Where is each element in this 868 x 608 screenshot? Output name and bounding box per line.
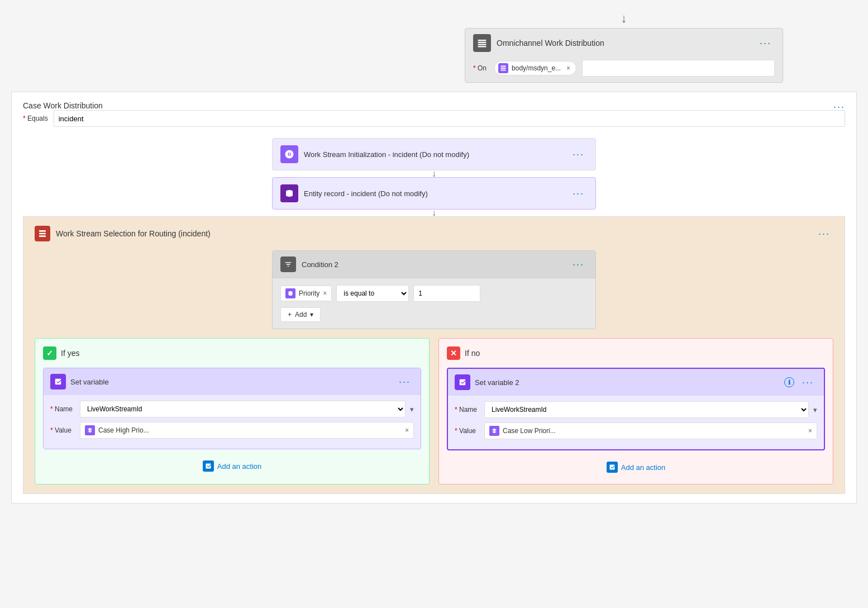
condition-card: Condition 2 ··· Priority × [272, 250, 596, 329]
on-label: * On [473, 64, 487, 72]
add-action1-label: Add an action [217, 462, 262, 471]
step2-card: Entity record - incident (Do not modify)… [272, 177, 596, 210]
set-var2-icon [455, 374, 470, 390]
name2-label: * Name [455, 406, 480, 414]
svg-rect-5 [501, 68, 506, 69]
priority-icon [285, 288, 295, 298]
add-action2-button[interactable]: Add an action [600, 458, 673, 476]
on-input[interactable] [582, 60, 775, 77]
add-action2-icon [607, 462, 618, 473]
case-section: Case Work Distribution ··· * Equals Work… [11, 92, 857, 504]
step1-icon [280, 145, 298, 163]
omnichannel-card: Omnichannel Work Distribution ··· * On b… [465, 28, 783, 83]
omnichannel-title: Omnichannel Work Distribution [497, 39, 751, 48]
set-var1-title: Set variable [70, 378, 391, 386]
name2-select[interactable]: LiveWorkStreamId [484, 401, 809, 418]
value2-text: Case Low Priori... [503, 427, 556, 435]
wss-icon [35, 226, 50, 241]
value2-label: * Value [455, 427, 480, 435]
svg-rect-3 [478, 46, 487, 47]
equals-label: * Equals [23, 115, 48, 122]
set-var2-ellipsis[interactable]: ··· [799, 376, 817, 390]
add-action1-icon [203, 460, 214, 472]
svg-rect-1 [478, 42, 487, 43]
set-var2-info-icon[interactable]: ℹ [784, 377, 794, 387]
value1-text: Case High Prio... [98, 426, 149, 434]
set-var2-card: Set variable 2 ℹ ··· * Name LiveWorkStre… [447, 368, 825, 450]
svg-rect-0 [478, 40, 487, 41]
priority-label: Priority [299, 289, 319, 297]
add-action2-label: Add an action [621, 463, 666, 472]
step1-ellipsis[interactable]: ··· [569, 148, 588, 162]
step2-ellipsis[interactable]: ··· [569, 187, 588, 201]
add-label: Add [295, 311, 307, 319]
svg-rect-10 [39, 235, 46, 237]
name1-chevron-icon: ▾ [410, 405, 414, 414]
add-condition-button[interactable]: + Add ▾ [280, 307, 321, 322]
step1-card: Work Stream Initialization - incident (D… [272, 138, 596, 170]
svg-rect-9 [39, 233, 46, 235]
name1-select[interactable]: LiveWorkStreamId [80, 401, 406, 417]
add-plus-icon: + [288, 311, 292, 319]
condition-icon [280, 256, 296, 272]
case-section-ellipsis[interactable]: ··· [833, 101, 845, 113]
branch-no: ✕ If no Set variable 2 ℹ ··· [438, 338, 833, 484]
value2-x[interactable]: × [808, 427, 812, 435]
set-var1-icon [50, 374, 66, 390]
priority-x[interactable]: × [323, 289, 327, 297]
condition-title: Condition 2 [302, 260, 564, 269]
priority-tag: Priority × [280, 286, 332, 301]
wss-ellipsis[interactable]: ··· [815, 227, 833, 241]
tag-text: body/msdyn_e... [512, 64, 561, 72]
branch-yes-title: If yes [61, 349, 79, 358]
yes-check-icon: ✓ [43, 346, 56, 360]
name2-chevron-icon: ▾ [813, 406, 817, 414]
set-var1-ellipsis[interactable]: ··· [395, 375, 414, 389]
omnichannel-ellipsis[interactable]: ··· [756, 36, 775, 50]
branch-yes: ✓ If yes Set variable ··· [35, 338, 430, 484]
wss-title: Work Stream Selection for Routing (incid… [56, 229, 809, 238]
set-var1-card: Set variable ··· * Name LiveWorkStreamId… [43, 368, 421, 449]
value1-tag: Case High Prio... × [80, 422, 414, 439]
svg-rect-2 [478, 44, 487, 45]
value2-tag-icon [489, 426, 499, 436]
step2-icon [280, 184, 298, 202]
step1-title: Work Stream Initialization - incident (D… [304, 150, 564, 159]
condition-operator-select[interactable]: is equal to [336, 285, 409, 302]
tag-close[interactable]: × [566, 64, 570, 72]
value1-tag-icon [85, 425, 95, 435]
tag-icon [498, 63, 508, 73]
set-var2-title: Set variable 2 [475, 378, 780, 387]
add-chevron-icon: ▾ [310, 311, 313, 319]
condition-value-input[interactable] [413, 285, 480, 302]
svg-rect-8 [39, 230, 46, 232]
name1-label: * Name [50, 405, 75, 413]
value1-x[interactable]: × [405, 426, 409, 434]
wss-section: Work Stream Selection for Routing (incid… [23, 216, 845, 494]
case-section-title: Case Work Distribution [23, 101, 103, 110]
add-action1-button[interactable]: Add an action [196, 457, 269, 475]
value1-label: * Value [50, 426, 75, 434]
condition-ellipsis[interactable]: ··· [569, 258, 588, 272]
top-down-arrow: ↓ [621, 11, 627, 25]
value2-tag: Case Low Priori... × [484, 422, 817, 439]
omnichannel-icon [473, 34, 491, 52]
step2-title: Entity record - incident (Do not modify) [304, 189, 564, 198]
branch-no-title: If no [465, 349, 480, 358]
svg-rect-6 [501, 70, 506, 71]
on-tag: body/msdyn_e... × [494, 61, 576, 75]
svg-rect-4 [501, 66, 506, 67]
equals-input[interactable] [54, 110, 845, 127]
no-x-icon: ✕ [447, 346, 460, 360]
